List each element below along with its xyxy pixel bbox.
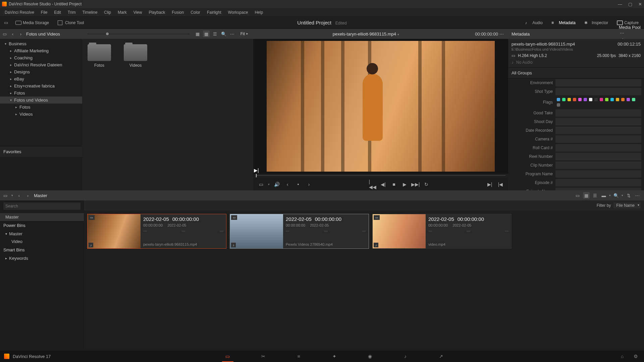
home-icon[interactable]: ⌂ bbox=[618, 353, 627, 360]
minimize-button[interactable]: — bbox=[618, 2, 622, 7]
meta-field[interactable]: Program Name bbox=[508, 170, 644, 178]
flag-swatch[interactable] bbox=[600, 98, 603, 101]
pool-search-input[interactable] bbox=[3, 202, 80, 210]
jog-prev-icon[interactable]: ‹ bbox=[284, 181, 291, 188]
inspector-panel-button[interactable]: Inspector bbox=[582, 19, 610, 26]
pool-options-icon[interactable]: ⋯ bbox=[634, 192, 641, 199]
clip-card[interactable]: ▭ 2022-02-0500:00:00:00 00:00:00:002022-… bbox=[372, 214, 512, 249]
meta-field[interactable]: Roll Card # bbox=[508, 143, 644, 152]
pool-layout-icon[interactable]: ▭ bbox=[3, 193, 8, 198]
menu-file[interactable]: File bbox=[38, 9, 50, 16]
tree-item[interactable]: ▸Coaching bbox=[0, 54, 82, 61]
pool-view-list-icon[interactable]: ☰ bbox=[592, 192, 598, 199]
play-icon[interactable]: ▶ bbox=[401, 181, 409, 188]
flag-swatch[interactable] bbox=[616, 98, 619, 101]
in-point-icon[interactable]: ▶| bbox=[486, 181, 493, 188]
menu-fairlight[interactable]: Fairlight bbox=[204, 9, 224, 16]
panel-toggle-icon[interactable]: ▭ bbox=[3, 20, 9, 25]
nav-back-icon[interactable]: ‹ bbox=[10, 31, 15, 37]
flag-swatch[interactable] bbox=[584, 98, 587, 101]
menu-help[interactable]: Help bbox=[252, 9, 266, 16]
power-bin-master[interactable]: ▾Master bbox=[0, 230, 84, 238]
mark-in-icon[interactable]: ▶| bbox=[254, 168, 259, 173]
options-icon[interactable]: ⋯ bbox=[229, 31, 236, 37]
tree-item[interactable]: ▸DaVinci Resolve Dateien bbox=[0, 61, 82, 68]
menu-timeline[interactable]: Timeline bbox=[79, 9, 100, 16]
pool-back-icon[interactable]: ‹ bbox=[16, 193, 22, 198]
meta-field[interactable]: Reel Number bbox=[508, 152, 644, 161]
menu-mark[interactable]: Mark bbox=[115, 9, 129, 16]
meta-field[interactable]: Environment bbox=[508, 78, 644, 87]
page-cut[interactable]: ✂ bbox=[259, 353, 268, 360]
nav-fwd-icon[interactable]: › bbox=[18, 31, 23, 37]
scrub-bar[interactable] bbox=[253, 174, 508, 178]
menu-workspace[interactable]: Workspace bbox=[225, 9, 251, 16]
match-frame-icon[interactable]: ▭ bbox=[257, 181, 265, 188]
match-frame-chevron-icon[interactable]: ▾ bbox=[268, 183, 270, 186]
meta-field[interactable]: Good Take bbox=[508, 109, 644, 117]
filter-dropdown[interactable]: File Name bbox=[613, 202, 641, 208]
power-bins-header[interactable]: Power Bins bbox=[0, 221, 84, 230]
volume-icon[interactable]: 🔊 bbox=[273, 181, 280, 188]
flag-swatch[interactable] bbox=[557, 103, 560, 107]
bin-master[interactable]: Master bbox=[0, 213, 84, 221]
power-bin-video[interactable]: Video bbox=[0, 238, 84, 245]
meta-field[interactable]: Flags bbox=[508, 96, 644, 109]
view-list-icon[interactable]: ☰ bbox=[212, 31, 218, 37]
meta-field[interactable]: Episode Name bbox=[508, 187, 644, 190]
flag-swatch[interactable] bbox=[578, 98, 582, 101]
clip-card[interactable]: ▭ 2022-02-0500:00:00:00 00:00:00:002022-… bbox=[230, 214, 369, 249]
tree-item[interactable]: ▾Business bbox=[0, 40, 82, 47]
tree-item[interactable]: ▸Videos bbox=[0, 111, 82, 118]
pool-fwd-icon[interactable]: › bbox=[25, 193, 31, 198]
tree-item[interactable]: ▸eBay bbox=[0, 75, 82, 82]
menu-playback[interactable]: Playback bbox=[146, 9, 168, 16]
menu-fusion[interactable]: Fusion bbox=[169, 9, 186, 16]
go-start-icon[interactable]: |◀◀ bbox=[369, 181, 376, 188]
tree-item[interactable]: ▸Fotos bbox=[0, 89, 82, 97]
flag-swatch[interactable] bbox=[562, 98, 566, 101]
page-media[interactable]: ▭ bbox=[223, 353, 232, 360]
flag-swatch[interactable] bbox=[573, 98, 576, 101]
smart-bins-header[interactable]: Smart Bins bbox=[0, 245, 84, 254]
out-point-icon[interactable]: |◀ bbox=[497, 181, 504, 188]
close-button[interactable]: ✕ bbox=[638, 2, 642, 7]
view-grid-icon[interactable]: ▦ bbox=[203, 31, 210, 37]
folder-videos[interactable]: Videos bbox=[124, 44, 147, 68]
pool-sort-icon[interactable]: ⇅ bbox=[625, 192, 632, 199]
clip-thumbnail[interactable]: ▭ bbox=[88, 214, 141, 248]
viewer-options-icon[interactable]: ⋯ bbox=[498, 31, 505, 37]
page-fusion[interactable]: ✦ bbox=[330, 353, 339, 360]
stop-icon[interactable]: ■ bbox=[390, 181, 398, 188]
tree-item[interactable]: ▸Fotos bbox=[0, 104, 82, 111]
page-deliver[interactable]: ↗ bbox=[437, 353, 445, 360]
menu-color[interactable]: Color bbox=[188, 9, 203, 16]
favorites-header[interactable]: Favorites bbox=[0, 146, 82, 157]
flag-swatch[interactable] bbox=[568, 98, 571, 101]
menu-edit[interactable]: Edit bbox=[51, 9, 64, 16]
audio-panel-button[interactable]: Audio bbox=[523, 19, 545, 26]
metadata-panel-button[interactable]: Metadata bbox=[549, 19, 578, 26]
folder-fotos[interactable]: Fotos bbox=[88, 44, 111, 68]
flag-swatch[interactable] bbox=[557, 98, 560, 101]
page-color[interactable]: ◉ bbox=[366, 353, 374, 360]
tree-item[interactable]: ▸Affiliate Marketing bbox=[0, 47, 82, 54]
clone-tool-button[interactable]: Clone Tool bbox=[56, 19, 86, 26]
settings-icon[interactable]: ⚙ bbox=[631, 353, 640, 360]
meta-field[interactable]: Camera # bbox=[508, 135, 644, 143]
sidebar-layout-icon[interactable]: ▭ bbox=[2, 31, 7, 37]
jog-next-icon[interactable]: › bbox=[305, 181, 313, 188]
tree-item[interactable]: ▸Designs bbox=[0, 68, 82, 75]
view-thumb-icon[interactable]: ▦ bbox=[194, 31, 201, 37]
pool-layout-chevron-icon[interactable]: ▾ bbox=[11, 194, 13, 197]
step-back-icon[interactable]: ◀| bbox=[380, 181, 387, 188]
meta-field[interactable]: Date Recorded bbox=[508, 126, 644, 135]
viewer-timecode[interactable]: 00:00:00:00 bbox=[475, 32, 498, 37]
tree-item[interactable]: ▾Fotos und Videos bbox=[0, 97, 82, 104]
flag-swatch[interactable] bbox=[627, 98, 630, 101]
meta-groups-dropdown[interactable]: All Groups bbox=[508, 68, 644, 78]
thumbnail-size-slider[interactable] bbox=[88, 34, 190, 35]
search-icon[interactable]: 🔍 bbox=[220, 31, 227, 37]
page-fairlight[interactable]: ♪ bbox=[401, 353, 410, 360]
meta-field[interactable]: Shot Type bbox=[508, 87, 644, 96]
